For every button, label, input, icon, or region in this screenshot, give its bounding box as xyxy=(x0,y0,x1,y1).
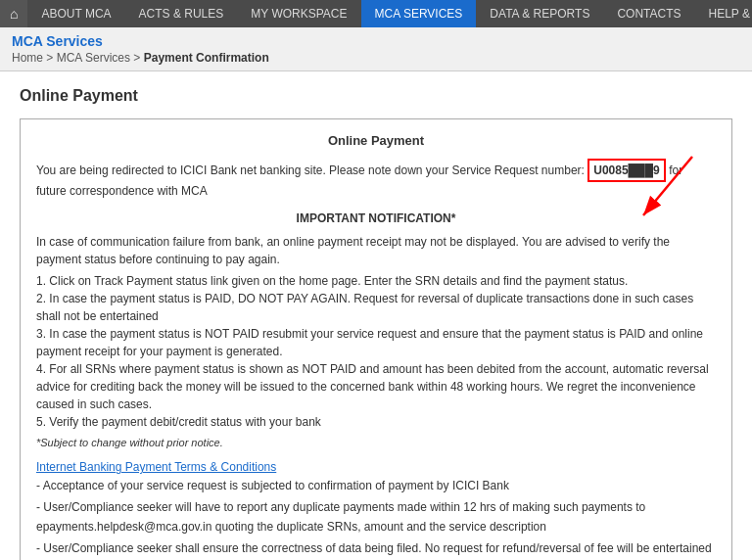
box-title: Online Payment xyxy=(36,131,716,151)
step-2: 2. In case the payment status is PAID, D… xyxy=(36,290,716,325)
breadcrumb-path: Home > MCA Services > xyxy=(12,51,140,65)
important-title: IMPORTANT NOTIFICATION* xyxy=(36,210,716,227)
terms-item-1: - Acceptance of your service request is … xyxy=(36,477,716,495)
terms-item-3: - User/Compliance seeker shall ensure th… xyxy=(36,539,716,560)
breadcrumb-current: Payment Confirmation xyxy=(144,51,269,65)
nav-help-faqs[interactable]: HELP & FAQS xyxy=(695,0,753,27)
main-content: Online Payment Online Payment You are be… xyxy=(0,71,752,560)
step-3: 3. In case the payment status is NOT PAI… xyxy=(36,325,716,360)
srn-value: U0085███9 xyxy=(588,159,666,182)
breadcrumb-area: MCA Services Home > MCA Services > Payme… xyxy=(0,27,752,71)
nav-acts-rules[interactable]: ACTS & RULES xyxy=(125,0,238,27)
step-5: 5. Verify the payment debit/credit statu… xyxy=(36,413,716,431)
site-title: MCA Services xyxy=(12,33,740,49)
redirect-before: You are being redirected to ICICI Bank n… xyxy=(36,163,585,177)
terms-section: Internet Banking Payment Terms & Conditi… xyxy=(36,458,716,560)
nav-data-reports[interactable]: DATA & REPORTS xyxy=(476,0,603,27)
payment-box: Online Payment You are being redirected … xyxy=(20,118,732,560)
steps-list: 1. Click on Track Payment status link gi… xyxy=(36,272,716,431)
redirect-text: You are being redirected to ICICI Bank n… xyxy=(36,159,716,200)
nav-mca-services[interactable]: MCA SERVICES xyxy=(361,0,477,27)
home-icon: ⌂ xyxy=(10,6,18,22)
terms-link[interactable]: Internet Banking Payment Terms & Conditi… xyxy=(36,458,716,477)
nav-about-mca[interactable]: ABOUT MCA xyxy=(27,0,124,27)
important-intro: In case of communication failure from ba… xyxy=(36,233,716,268)
page-heading: Online Payment xyxy=(20,87,732,105)
nav-my-workspace[interactable]: MY WORKSPACE xyxy=(237,0,360,27)
step-1: 1. Click on Track Payment status link gi… xyxy=(36,272,716,290)
step-4: 4. For all SRNs where payment status is … xyxy=(36,360,716,413)
home-button[interactable]: ⌂ xyxy=(0,0,27,27)
terms-item-2: - User/Compliance seeker will have to re… xyxy=(36,498,716,536)
important-section: IMPORTANT NOTIFICATION* In case of commu… xyxy=(36,210,716,451)
top-nav: ⌂ ABOUT MCA ACTS & RULES MY WORKSPACE MC… xyxy=(0,0,752,27)
breadcrumb: Home > MCA Services > Payment Confirmati… xyxy=(12,51,740,65)
small-note: *Subject to change without prior notice. xyxy=(36,435,716,451)
nav-contacts[interactable]: CONTACTS xyxy=(603,0,694,27)
